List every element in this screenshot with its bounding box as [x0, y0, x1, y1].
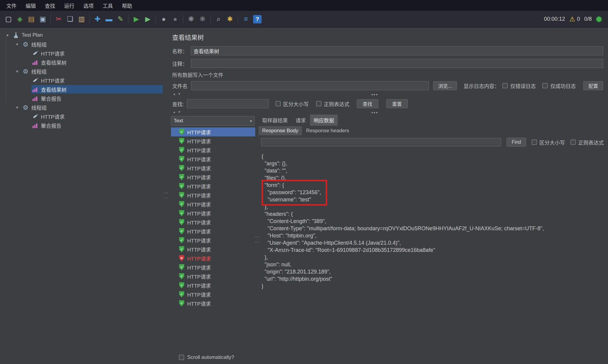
- result-item[interactable]: HTTP请求: [171, 127, 255, 136]
- tree-item-results-tree-1[interactable]: 查看结果树: [0, 58, 164, 67]
- paste-icon[interactable]: ▥: [76, 14, 87, 25]
- open-icon[interactable]: ▤: [26, 14, 37, 25]
- templates-icon[interactable]: ◈: [14, 14, 25, 25]
- collapse-down-icon[interactable]: ▼: [178, 110, 181, 114]
- chevron-down-icon[interactable]: ▾: [3, 33, 12, 38]
- find-case-sensitive-checkbox[interactable]: [532, 139, 537, 145]
- toolbar-separator: [128, 15, 129, 24]
- tree-item-results-tree-2-selected[interactable]: 查看结果树: [0, 85, 164, 94]
- search-button[interactable]: 查找: [357, 99, 378, 108]
- list-detail-splitter[interactable]: ⋮⋮: [255, 115, 259, 364]
- result-item[interactable]: HTTP请求: [171, 281, 255, 290]
- collapse-up-icon[interactable]: ▲: [173, 92, 176, 96]
- result-item[interactable]: HTTP请求: [171, 173, 255, 182]
- result-item[interactable]: HTTP请求: [171, 263, 255, 272]
- horizontal-splitter-1[interactable]: ▲ ▼ •••: [170, 92, 608, 97]
- result-item[interactable]: HTTP请求: [171, 164, 255, 173]
- result-item[interactable]: HTTP请求: [171, 236, 255, 245]
- tree-item-test-plan[interactable]: ▾ Test Plan: [0, 31, 164, 40]
- reset-button[interactable]: 重置: [386, 99, 408, 108]
- result-item[interactable]: HTTP请求: [171, 245, 255, 254]
- regex-checkbox[interactable]: [316, 101, 321, 106]
- search-reset-icon[interactable]: ✱: [225, 14, 235, 25]
- result-item[interactable]: HTTP请求: [171, 290, 255, 299]
- scroll-automatically-checkbox[interactable]: [179, 355, 184, 360]
- clear-icon[interactable]: ❋: [186, 14, 197, 25]
- start-no-pauses-icon[interactable]: ▶: [142, 14, 153, 25]
- menu-item-options[interactable]: 选项: [79, 0, 98, 11]
- menu-item-edit[interactable]: 编辑: [21, 0, 40, 11]
- success-only-checkbox[interactable]: [542, 83, 548, 88]
- result-item[interactable]: HTTP请求: [171, 200, 255, 209]
- stop-icon[interactable]: ●: [158, 14, 169, 25]
- tab-request[interactable]: 请求: [292, 115, 309, 126]
- menu-item-help[interactable]: 帮助: [117, 0, 137, 11]
- success-shield-icon: [179, 147, 185, 153]
- result-item[interactable]: HTTP请求: [171, 136, 255, 145]
- help-icon[interactable]: ?: [253, 15, 262, 23]
- copy-icon[interactable]: ❏: [65, 14, 76, 25]
- collapse-down-icon[interactable]: ▼: [178, 92, 181, 96]
- response-body-text[interactable]: { "args": {}, "data": "", "files": {}, "…: [259, 149, 608, 364]
- toggle-icon[interactable]: ✎: [115, 14, 126, 25]
- tree-item-thread-group-3[interactable]: ▾ ⚙ 线程组: [0, 103, 164, 112]
- tree-item-thread-group-2[interactable]: ▾ ⚙ 线程组: [0, 67, 164, 76]
- response-find-input[interactable]: [261, 138, 501, 146]
- collapse-up-icon[interactable]: ▲: [173, 110, 176, 114]
- chevron-down-icon[interactable]: ▾: [13, 42, 22, 47]
- add-icon[interactable]: ✚: [92, 14, 103, 25]
- tree-item-http-request-2[interactable]: HTTP请求: [0, 76, 164, 85]
- tab-response-data[interactable]: 响应数据: [310, 115, 338, 126]
- tree-item-thread-group-1[interactable]: ▾ ⚙ 线程组: [0, 40, 164, 49]
- write-to-file-section-title: 所有数据写入一个文件: [170, 70, 608, 79]
- browse-button[interactable]: 浏览...: [433, 81, 457, 90]
- comment-input[interactable]: [191, 59, 603, 68]
- name-input[interactable]: [191, 46, 603, 55]
- result-item[interactable]: HTTP请求: [171, 218, 255, 227]
- view-mode-dropdown[interactable]: Text ▾: [171, 116, 255, 126]
- result-item[interactable]: HTTP请求: [171, 145, 255, 154]
- case-sensitive-checkbox[interactable]: [275, 101, 281, 106]
- result-item[interactable]: HTTP请求: [171, 299, 255, 308]
- result-item[interactable]: HTTP请求: [171, 191, 255, 200]
- result-item[interactable]: HTTP请求: [171, 272, 255, 281]
- test-plan-icon: [13, 32, 19, 38]
- result-item[interactable]: HTTP请求: [171, 154, 255, 164]
- tab-sampler-result[interactable]: 取样器结果: [259, 115, 291, 126]
- menu-item-file[interactable]: 文件: [2, 0, 21, 11]
- result-item[interactable]: HTTP请求: [171, 209, 255, 218]
- tab-response-headers[interactable]: Response headers: [302, 126, 353, 135]
- find-regex-checkbox[interactable]: [570, 139, 576, 145]
- toolbar-status: 00:00:12 ⚠ 0 0/8: [544, 15, 605, 23]
- new-file-icon[interactable]: ▢: [3, 14, 14, 25]
- result-item[interactable]: HTTP请求: [171, 227, 255, 236]
- menu-item-tools[interactable]: 工具: [98, 0, 117, 11]
- horizontal-splitter-2[interactable]: ▲ ▼ •••: [170, 110, 608, 115]
- find-button[interactable]: Find: [507, 138, 526, 147]
- chevron-down-icon[interactable]: ▾: [13, 69, 22, 74]
- cut-icon[interactable]: ✂: [53, 14, 64, 25]
- tree-item-http-request-3[interactable]: HTTP请求: [0, 112, 164, 121]
- remove-icon[interactable]: ▬: [104, 14, 114, 25]
- tree-search-input[interactable]: [187, 99, 269, 108]
- start-icon[interactable]: ▶: [131, 14, 142, 25]
- save-icon[interactable]: ▣: [37, 14, 48, 25]
- tree-item-aggregate-report-2[interactable]: 聚合报告: [0, 121, 164, 130]
- clear-all-icon[interactable]: ❋: [197, 14, 208, 25]
- errors-only-checkbox[interactable]: [502, 83, 508, 88]
- warning-icon[interactable]: ⚠: [569, 15, 575, 23]
- shutdown-icon[interactable]: ●: [170, 14, 181, 25]
- tree-main-splitter[interactable]: ⋮⋮: [164, 28, 167, 364]
- result-item[interactable]: HTTP请求: [171, 182, 255, 191]
- chevron-down-icon[interactable]: ▾: [13, 105, 22, 110]
- menu-item-search[interactable]: 查找: [40, 0, 60, 11]
- config-button[interactable]: 配置: [583, 81, 603, 90]
- tree-item-http-request-1[interactable]: HTTP请求: [0, 49, 164, 58]
- search-icon[interactable]: ⌕: [213, 14, 224, 25]
- filename-input[interactable]: [191, 81, 429, 90]
- function-helper-icon[interactable]: ≡: [240, 14, 251, 25]
- menu-item-run[interactable]: 运行: [60, 0, 79, 11]
- tab-response-body[interactable]: Response Body: [259, 126, 302, 135]
- tree-item-aggregate-report-1[interactable]: 聚合报告: [0, 94, 164, 103]
- result-item-error[interactable]: HTTP请求: [171, 254, 255, 263]
